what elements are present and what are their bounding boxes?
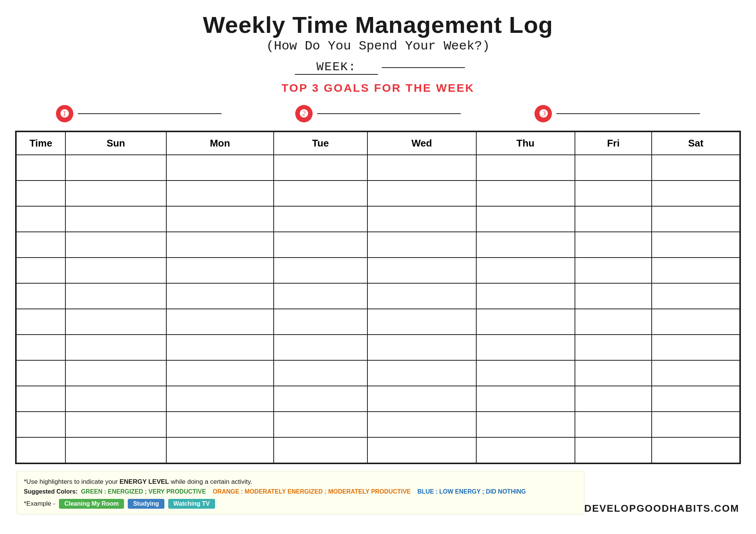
day-cell[interactable]	[476, 155, 575, 181]
day-cell[interactable]	[166, 232, 274, 258]
day-cell[interactable]	[166, 206, 274, 232]
day-cell[interactable]	[166, 335, 274, 360]
goal-item-2: ❷	[266, 105, 490, 122]
day-cell[interactable]	[65, 232, 166, 258]
day-cell[interactable]	[575, 360, 652, 386]
day-cell[interactable]	[575, 181, 652, 206]
day-cell[interactable]	[652, 258, 740, 283]
day-cell[interactable]	[65, 386, 166, 412]
time-cell[interactable]	[16, 206, 65, 232]
day-cell[interactable]	[274, 386, 367, 412]
day-cell[interactable]	[166, 283, 274, 309]
day-cell[interactable]	[367, 360, 476, 386]
day-cell[interactable]	[367, 258, 476, 283]
day-cell[interactable]	[652, 309, 740, 335]
day-cell[interactable]	[367, 232, 476, 258]
day-cell[interactable]	[476, 412, 575, 437]
day-cell[interactable]	[166, 155, 274, 181]
day-cell[interactable]	[166, 412, 274, 437]
day-cell[interactable]	[367, 412, 476, 437]
day-cell[interactable]	[476, 360, 575, 386]
day-cell[interactable]	[274, 335, 367, 360]
day-cell[interactable]	[652, 155, 740, 181]
day-cell[interactable]	[652, 283, 740, 309]
day-cell[interactable]	[274, 412, 367, 437]
color-green-label: GREEN : ENERGIZED ; VERY PRODUCTIVE	[81, 488, 206, 495]
day-cell[interactable]	[166, 181, 274, 206]
time-cell[interactable]	[16, 386, 65, 412]
time-cell[interactable]	[16, 283, 65, 309]
day-cell[interactable]	[65, 155, 166, 181]
day-cell[interactable]	[65, 309, 166, 335]
day-cell[interactable]	[652, 386, 740, 412]
time-cell[interactable]	[16, 309, 65, 335]
day-cell[interactable]	[274, 181, 367, 206]
day-cell[interactable]	[367, 206, 476, 232]
day-cell[interactable]	[367, 155, 476, 181]
day-cell[interactable]	[65, 360, 166, 386]
day-cell[interactable]	[476, 232, 575, 258]
day-cell[interactable]	[274, 360, 367, 386]
day-cell[interactable]	[652, 232, 740, 258]
day-cell[interactable]	[476, 335, 575, 360]
day-cell[interactable]	[476, 258, 575, 283]
day-cell[interactable]	[274, 283, 367, 309]
time-cell[interactable]	[16, 181, 65, 206]
day-cell[interactable]	[274, 155, 367, 181]
day-cell[interactable]	[476, 309, 575, 335]
day-cell[interactable]	[65, 437, 166, 463]
day-cell[interactable]	[367, 437, 476, 463]
table-row	[16, 335, 740, 360]
time-cell[interactable]	[16, 335, 65, 360]
day-cell[interactable]	[575, 283, 652, 309]
day-cell[interactable]	[65, 412, 166, 437]
day-cell[interactable]	[575, 155, 652, 181]
day-cell[interactable]	[274, 309, 367, 335]
time-cell[interactable]	[16, 412, 65, 437]
day-cell[interactable]	[476, 283, 575, 309]
day-cell[interactable]	[274, 232, 367, 258]
day-cell[interactable]	[367, 283, 476, 309]
day-cell[interactable]	[367, 335, 476, 360]
day-cell[interactable]	[65, 335, 166, 360]
day-cell[interactable]	[65, 283, 166, 309]
day-cell[interactable]	[575, 258, 652, 283]
day-cell[interactable]	[274, 437, 367, 463]
day-cell[interactable]	[476, 386, 575, 412]
time-cell[interactable]	[16, 258, 65, 283]
day-cell[interactable]	[652, 360, 740, 386]
day-cell[interactable]	[652, 437, 740, 463]
time-cell[interactable]	[16, 155, 65, 181]
time-cell[interactable]	[16, 437, 65, 463]
day-cell[interactable]	[166, 386, 274, 412]
day-cell[interactable]	[575, 309, 652, 335]
col-time: Time	[16, 132, 65, 155]
day-cell[interactable]	[166, 258, 274, 283]
day-cell[interactable]	[367, 181, 476, 206]
day-cell[interactable]	[476, 437, 575, 463]
day-cell[interactable]	[274, 206, 367, 232]
day-cell[interactable]	[575, 232, 652, 258]
time-cell[interactable]	[16, 232, 65, 258]
day-cell[interactable]	[166, 360, 274, 386]
day-cell[interactable]	[575, 412, 652, 437]
day-cell[interactable]	[575, 437, 652, 463]
day-cell[interactable]	[652, 181, 740, 206]
day-cell[interactable]	[575, 206, 652, 232]
day-cell[interactable]	[65, 258, 166, 283]
day-cell[interactable]	[367, 386, 476, 412]
day-cell[interactable]	[274, 258, 367, 283]
day-cell[interactable]	[476, 181, 575, 206]
time-cell[interactable]	[16, 360, 65, 386]
day-cell[interactable]	[65, 206, 166, 232]
day-cell[interactable]	[476, 206, 575, 232]
day-cell[interactable]	[652, 412, 740, 437]
day-cell[interactable]	[65, 181, 166, 206]
day-cell[interactable]	[575, 386, 652, 412]
day-cell[interactable]	[652, 335, 740, 360]
day-cell[interactable]	[367, 309, 476, 335]
day-cell[interactable]	[166, 437, 274, 463]
day-cell[interactable]	[652, 206, 740, 232]
day-cell[interactable]	[575, 335, 652, 360]
day-cell[interactable]	[166, 309, 274, 335]
